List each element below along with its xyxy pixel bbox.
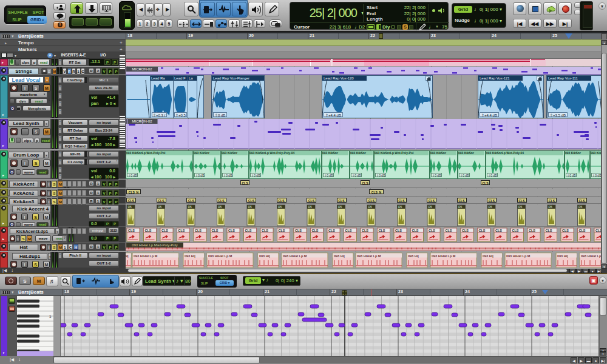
svg-text:R5: R5	[218, 205, 222, 209]
svg-text:CLS: CLS	[562, 229, 569, 232]
svg-text:CLS: CLS	[512, 229, 519, 232]
svg-text:093 Hi|: 093 Hi|	[185, 254, 195, 258]
svg-text:093 Hi|: 093 Hi|	[408, 254, 419, 258]
svg-text:CLS: CLS	[212, 229, 219, 232]
svg-text:CLS: CLS	[245, 229, 252, 232]
svg-text:CLS: CLS	[529, 229, 535, 232]
svg-text:CLS: CLS	[446, 229, 452, 232]
svg-text:R5: R5	[188, 205, 192, 209]
svg-text:CLS: CLS	[546, 229, 552, 232]
svg-text:CLS: CLS	[362, 229, 368, 232]
svg-text:CLS: CLS	[312, 229, 319, 232]
svg-text:093 HiHat Lp M: 093 HiHat Lp M	[506, 254, 531, 258]
svg-text:093 HiHat Lp M: 093 HiHat Lp M	[432, 254, 456, 258]
svg-text:CLS: CLS	[279, 229, 285, 232]
svg-text:CLS: CLS	[145, 229, 152, 232]
svg-text:CLS: CLS	[495, 229, 502, 232]
svg-text:CLS: CLS	[178, 229, 185, 232]
svg-text:CLS: CLS	[579, 229, 586, 232]
svg-text:R5: R5	[398, 205, 402, 209]
svg-text:R5: R5	[368, 205, 373, 209]
svg-text:093 Hi|: 093 Hi|	[557, 254, 568, 258]
svg-text:093 Hi|: 093 Hi|	[334, 254, 345, 258]
svg-text:R5: R5	[338, 205, 342, 209]
svg-text:R5: R5	[458, 205, 463, 209]
svg-text:CLS: CLS	[412, 229, 419, 232]
svg-text:CLS: CLS	[128, 229, 135, 232]
svg-text:CLS: CLS	[429, 229, 435, 232]
svg-text:093 Hi|: 093 Hi|	[483, 254, 493, 258]
svg-text:093 HiHat Lp M: 093 HiHat Lp M	[208, 254, 232, 258]
svg-text:093 HiHat Lp M: 093 HiHat Lp M	[357, 254, 381, 258]
svg-text:CLS: CLS	[195, 229, 202, 232]
svg-text:CLS: CLS	[295, 229, 302, 232]
svg-text:09|: 09|	[126, 254, 129, 258]
svg-text:R5: R5	[429, 205, 433, 209]
svg-text:CLS: CLS	[462, 229, 469, 232]
svg-text:093 HiHat Lp M: 093 HiHat Lp M	[283, 254, 307, 258]
svg-text:CLS: CLS	[262, 229, 268, 232]
svg-text:CLS: CLS	[379, 229, 385, 232]
svg-text:R5: R5	[518, 205, 523, 209]
svg-text:R5: R5	[308, 205, 313, 209]
svg-text:R5: R5	[248, 205, 253, 209]
svg-text:093 HiHat Lp M: 093 HiHat Lp M	[134, 254, 158, 258]
svg-text:CLS: CLS	[479, 229, 486, 232]
svg-text:093 Hi|: 093 Hi|	[259, 254, 270, 258]
svg-text:R5: R5	[158, 205, 162, 209]
svg-text:CLS: CLS	[345, 229, 352, 232]
svg-text:CLS: CLS	[161, 229, 168, 232]
svg-text:R5: R5	[128, 205, 132, 209]
svg-text:CLS: CLS	[395, 229, 402, 232]
svg-text:R5: R5	[278, 205, 282, 209]
svg-text:CLS: CLS	[328, 229, 335, 232]
svg-text:R5: R5	[549, 205, 553, 209]
svg-text:CLS: CLS	[228, 229, 235, 232]
svg-text:R5: R5	[489, 205, 493, 209]
svg-text:R5: R5	[578, 205, 583, 209]
